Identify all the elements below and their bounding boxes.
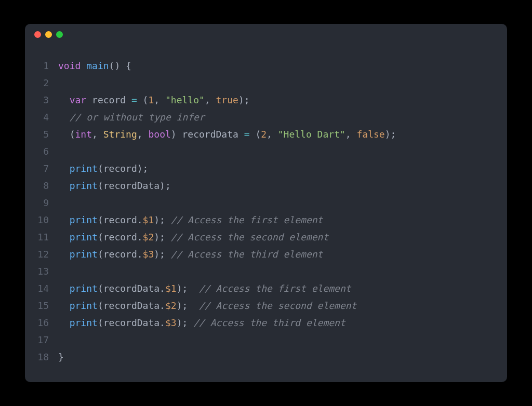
token-plain [58, 94, 70, 105]
line-number: 12 [34, 246, 49, 263]
token-plain: , [137, 129, 149, 140]
token-op: = [244, 129, 250, 140]
code-line: 15 print(recordData.$2); // Access the s… [34, 297, 497, 314]
line-number: 9 [34, 194, 49, 211]
token-paren: ( [98, 180, 103, 191]
token-paren: ) [177, 300, 182, 311]
token-paren: ( [70, 129, 75, 140]
token-comment: // Access the first element [171, 214, 323, 225]
token-call: print [70, 180, 98, 191]
code-line: 4 // or without type infer [34, 109, 497, 126]
code-content: void main() { [58, 57, 497, 74]
code-content: print(recordData.$3); // Access the thir… [58, 314, 497, 331]
code-line: 18} [34, 348, 497, 366]
token-plain [58, 317, 70, 328]
token-plain: recordData. [103, 283, 165, 294]
token-plain: , [345, 129, 357, 140]
token-num: $1 [143, 214, 154, 225]
token-bool: true [216, 94, 238, 105]
code-editor[interactable]: 1void main() {2 3 var record = (1, "hell… [25, 45, 507, 382]
token-op: = [131, 94, 137, 105]
token-num: $3 [143, 249, 154, 260]
token-num: $2 [143, 232, 154, 242]
token-call: print [70, 300, 98, 311]
token-paren: ) [171, 129, 177, 140]
token-plain: , [154, 94, 165, 105]
code-line: 5 (int, String, bool) recordData = (2, "… [34, 126, 497, 143]
token-str: "hello" [165, 94, 205, 105]
code-line: 12 print(record.$3); // Access the third… [34, 246, 497, 263]
line-number: 7 [34, 160, 49, 177]
token-plain [58, 300, 70, 311]
code-content: print(record.$1); // Access the first el… [58, 211, 497, 228]
token-paren: ( [143, 94, 149, 105]
code-content: (int, String, bool) recordData = (2, "He… [58, 126, 497, 143]
token-plain [58, 214, 70, 225]
token-plain [58, 129, 70, 140]
token-num: $2 [165, 300, 177, 311]
token-plain [58, 283, 70, 294]
line-number: 8 [34, 177, 49, 194]
token-plain [120, 60, 126, 71]
token-comment: // Access the second element [199, 300, 356, 311]
code-line: 17 [34, 331, 497, 348]
token-call: print [70, 214, 98, 225]
code-content: print(record.$2); // Access the second e… [58, 228, 497, 246]
line-number: 6 [34, 143, 49, 160]
token-paren: ) [385, 129, 391, 140]
token-plain: ; [159, 232, 171, 242]
code-line: 13 [34, 263, 497, 280]
line-number: 2 [34, 74, 49, 91]
token-paren: ( [98, 317, 103, 328]
token-call: print [70, 163, 98, 174]
code-content: print(recordData); [58, 177, 497, 194]
code-line: 11 print(record.$2); // Access the secon… [34, 228, 497, 246]
token-paren: ) [177, 283, 182, 294]
token-plain [58, 232, 70, 242]
token-comment: // Access the third element [171, 249, 323, 260]
line-number: 14 [34, 280, 49, 297]
code-content [58, 143, 497, 160]
token-plain: recordData. [103, 300, 165, 311]
token-paren: ) [154, 249, 159, 260]
code-content [58, 331, 497, 348]
maximize-icon[interactable] [56, 31, 63, 38]
token-plain: record. [103, 249, 143, 260]
code-content: print(record.$3); // Access the third el… [58, 246, 497, 263]
token-comment: // Access the second element [171, 232, 328, 242]
token-paren: ( [98, 232, 103, 242]
minimize-icon[interactable] [45, 31, 52, 38]
token-paren: ( [98, 300, 103, 311]
line-number: 16 [34, 314, 49, 331]
token-plain: ; [159, 214, 171, 225]
token-plain: record. [103, 214, 143, 225]
token-call: print [70, 249, 98, 260]
token-plain: ; [182, 283, 199, 294]
token-plain: , [92, 129, 103, 140]
token-plain: , [267, 129, 278, 140]
code-line: 7 print(record); [34, 160, 497, 177]
token-func: main [86, 60, 109, 71]
token-paren: ) [238, 94, 244, 105]
window-titlebar [25, 24, 507, 45]
token-plain [81, 60, 86, 71]
token-paren: ) [154, 232, 159, 242]
code-content: print(recordData.$2); // Access the seco… [58, 297, 497, 314]
token-kw: void [58, 60, 81, 71]
token-plain: recordData. [103, 317, 165, 328]
code-line: 8 print(recordData); [34, 177, 497, 194]
token-paren: { [126, 60, 131, 71]
token-call: print [70, 317, 98, 328]
token-plain: ; [159, 249, 171, 260]
code-line: 2 [34, 74, 497, 91]
token-num: 1 [148, 94, 154, 105]
token-num: $1 [165, 283, 177, 294]
code-line: 10 print(record.$1); // Access the first… [34, 211, 497, 228]
close-icon[interactable] [34, 31, 41, 38]
token-type: bool [148, 129, 170, 140]
line-number: 15 [34, 297, 49, 314]
code-content [58, 194, 497, 211]
token-num: $3 [165, 317, 177, 328]
token-comment: // Access the third element [193, 317, 345, 328]
line-number: 5 [34, 126, 49, 143]
